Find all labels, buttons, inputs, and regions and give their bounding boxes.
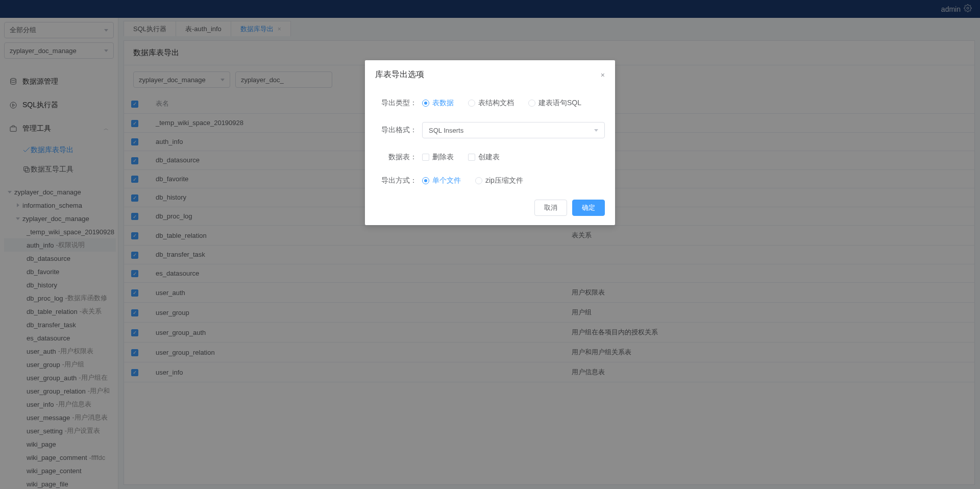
label-data-table: 数据表：: [375, 153, 417, 162]
button-label: 取消: [544, 203, 557, 212]
radio-label: 表结构文档: [478, 99, 514, 108]
radio-label: zip压缩文件: [485, 176, 523, 185]
radio-type-struct[interactable]: 表结构文档: [468, 99, 514, 108]
format-select-value: SQL Inserts: [429, 127, 463, 134]
label-export-format: 导出格式：: [375, 126, 417, 135]
label-export-mode: 导出方式：: [375, 176, 417, 185]
radio-label: 建表语句SQL: [538, 99, 581, 108]
ok-button[interactable]: 确定: [572, 200, 605, 216]
checkbox-create-table[interactable]: 创建表: [468, 153, 500, 162]
export-options-dialog: 库表导出选项 × 导出类型： 表数据 表结构文档 建表语句: [365, 60, 615, 225]
checkbox-label: 创建表: [478, 153, 500, 162]
close-icon[interactable]: ×: [601, 71, 605, 79]
label-export-type: 导出类型：: [375, 99, 417, 108]
modal-overlay: 库表导出选项 × 导出类型： 表数据 表结构文档 建表语句: [0, 0, 980, 489]
radio-label: 单个文件: [432, 176, 461, 185]
cancel-button[interactable]: 取消: [534, 200, 567, 216]
format-select[interactable]: SQL Inserts: [422, 122, 605, 138]
checkbox-drop-table[interactable]: 删除表: [422, 153, 454, 162]
button-label: 确定: [582, 203, 595, 212]
checkbox-label: 删除表: [432, 153, 454, 162]
radio-mode-zip[interactable]: zip压缩文件: [475, 176, 523, 185]
dialog-title: 库表导出选项: [375, 69, 424, 80]
radio-label: 表数据: [432, 99, 454, 108]
radio-type-ddl[interactable]: 建表语句SQL: [528, 99, 581, 108]
radio-mode-single[interactable]: 单个文件: [422, 176, 461, 185]
radio-type-data[interactable]: 表数据: [422, 99, 454, 108]
chevron-down-icon: [594, 129, 598, 132]
